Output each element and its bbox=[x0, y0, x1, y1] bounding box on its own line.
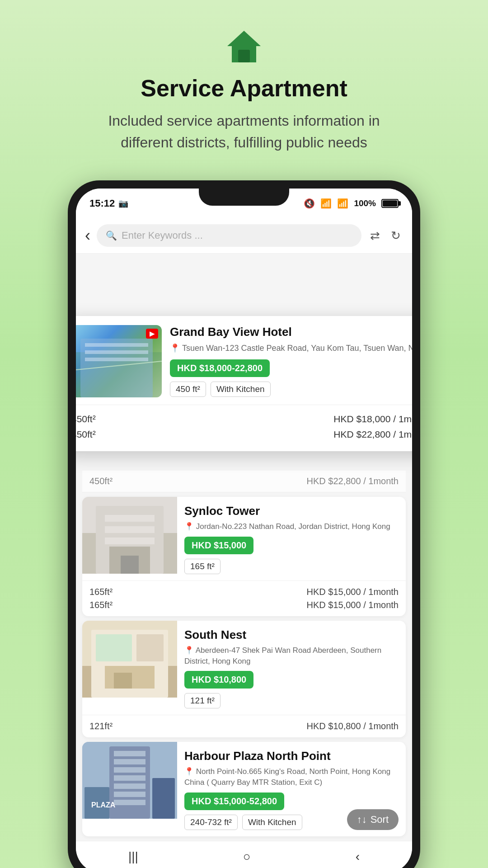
filter-icon[interactable]: ⇄ bbox=[368, 226, 382, 245]
size-tag: 450 ft² bbox=[170, 382, 206, 397]
sort-button[interactable]: ↑↓ Sort bbox=[347, 809, 399, 830]
listing-image-grand-bay: ▶ bbox=[76, 325, 162, 397]
size-tag-harbour: 240-732 ft² bbox=[184, 815, 238, 830]
listing-image-synloc bbox=[82, 497, 177, 574]
mute-icon: 🔇 bbox=[304, 198, 315, 209]
svg-text:PLAZA: PLAZA bbox=[91, 801, 116, 809]
sort-icon: ↑↓ bbox=[357, 814, 367, 826]
price-badge-south-nest: HKD $10,800 bbox=[184, 671, 253, 689]
svg-rect-24 bbox=[114, 751, 145, 756]
battery-label: 100% bbox=[354, 198, 376, 208]
size-tag-synloc: 165 ft² bbox=[184, 559, 221, 574]
pin-icon-synloc: 📍 bbox=[184, 522, 194, 531]
expanded-card-top: ▶ Grand Bay View Hotel 📍 Tsuen Wan-123 C… bbox=[76, 325, 412, 397]
signal-icon: 📶 bbox=[337, 198, 348, 209]
listing-info-south-nest: South Nest 📍 Aberdeen-47 Shek Pai Wan Ro… bbox=[177, 621, 406, 715]
search-bar: ‹ 🔍 Enter Keywords ... ⇄ ↻ bbox=[76, 218, 412, 254]
battery-icon bbox=[381, 199, 399, 208]
camera-icon: 📷 bbox=[118, 198, 128, 208]
listing-image-harbour: PLAZA bbox=[82, 742, 177, 819]
svg-rect-11 bbox=[105, 526, 155, 533]
listing-address-harbour: 📍 North Point-No.665 King's Road, North … bbox=[184, 766, 399, 788]
pin-icon-harbour: 📍 bbox=[184, 767, 194, 776]
expanded-tags: 450 ft² With Kitchen bbox=[170, 382, 412, 397]
listing-name-synloc: Synloc Tower bbox=[184, 504, 399, 518]
listing-bottom-south-nest: 121ft² HKD $10,800 / 1month bbox=[82, 715, 406, 737]
svg-rect-4 bbox=[85, 350, 148, 354]
wifi-icon: 📶 bbox=[320, 198, 332, 209]
svg-rect-14 bbox=[121, 556, 139, 574]
meta-row-south-nest-1: 121ft² HKD $10,800 / 1month bbox=[89, 720, 399, 733]
svg-rect-32 bbox=[152, 778, 175, 819]
listing-name-south-nest: South Nest bbox=[184, 628, 399, 642]
expanded-card-address: 📍 Tsuen Wan-123 Castle Peak Road, Yau Ko… bbox=[170, 343, 412, 354]
listing-card-top: South Nest 📍 Aberdeen-47 Shek Pai Wan Ro… bbox=[82, 621, 406, 715]
hero-section: Service Apartment Included service apart… bbox=[86, 27, 402, 153]
sort-label: Sort bbox=[371, 814, 389, 826]
meta-row-synloc-1: 165ft² HKD $15,000 / 1month bbox=[89, 585, 399, 599]
svg-rect-19 bbox=[136, 634, 164, 661]
phone-mockup: 15:12 📷 🔇 📶 📶 100% ‹ 🔍 E bbox=[68, 180, 420, 868]
partial-row: 450ft² HKD $22,800 / 1month bbox=[82, 471, 406, 492]
search-input[interactable]: Enter Keywords ... bbox=[122, 230, 203, 241]
listing-info-synloc: Synloc Tower 📍 Jordan-No.223 Nathan Road… bbox=[177, 497, 406, 580]
listing-address-synloc: 📍 Jordan-No.223 Nathan Road, Jordan Dist… bbox=[184, 521, 399, 532]
status-time: 15:12 📷 bbox=[89, 198, 128, 209]
hero-subtitle: Included service apartments information … bbox=[86, 110, 402, 153]
price-label-1: HKD $18,000 / 1month bbox=[333, 414, 412, 425]
price-row-1: 450ft² HKD $18,000 / 1month bbox=[76, 411, 412, 427]
phone-frame: 15:12 📷 🔇 📶 📶 100% ‹ 🔍 E bbox=[68, 180, 420, 868]
listing-card-harbour[interactable]: PLAZA Harbour Plaza North Point 📍 North … bbox=[82, 742, 406, 836]
back-button[interactable]: ‹ bbox=[85, 226, 90, 245]
search-input-area[interactable]: 🔍 Enter Keywords ... bbox=[97, 224, 361, 247]
nav-home-icon[interactable]: ○ bbox=[243, 849, 251, 864]
feature-tag-harbour: With Kitchen bbox=[242, 815, 302, 830]
search-icon: 🔍 bbox=[106, 230, 117, 241]
listing-card-top: Synloc Tower 📍 Jordan-No.223 Nathan Road… bbox=[82, 497, 406, 580]
phone-screen: 15:12 📷 🔇 📶 📶 100% ‹ 🔍 E bbox=[76, 189, 412, 868]
price-badge-synloc: HKD $15,000 bbox=[184, 537, 253, 554]
listing-address-south-nest: 📍 Aberdeen-47 Shek Pai Wan Road Aberdeen… bbox=[184, 645, 399, 667]
tags-south-nest: 121 ft² bbox=[184, 693, 399, 708]
screen-content: ▶ Grand Bay View Hotel 📍 Tsuen Wan-123 C… bbox=[76, 254, 412, 836]
svg-rect-10 bbox=[105, 515, 155, 522]
svg-rect-28 bbox=[114, 783, 145, 789]
refresh-icon[interactable]: ↻ bbox=[389, 226, 403, 245]
listing-card-synloc[interactable]: Synloc Tower 📍 Jordan-No.223 Nathan Road… bbox=[82, 497, 406, 616]
listing-image-south-nest bbox=[82, 621, 177, 698]
hero-title: Service Apartment bbox=[141, 75, 347, 102]
svg-rect-25 bbox=[114, 759, 145, 764]
price-row-2: 450ft² HKD $22,800 / 1month bbox=[76, 427, 412, 442]
phone-nav-bar: ||| ○ ‹ bbox=[76, 841, 412, 868]
listing-bottom-synloc: 165ft² HKD $15,000 / 1month 165ft² HKD $… bbox=[82, 580, 406, 616]
svg-rect-29 bbox=[114, 792, 145, 797]
expanded-card-name: Grand Bay View Hotel bbox=[170, 325, 412, 339]
price-label-2: HKD $22,800 / 1month bbox=[333, 429, 412, 440]
svg-rect-3 bbox=[85, 343, 148, 347]
nav-menu-icon[interactable]: ||| bbox=[128, 849, 138, 864]
tags-synloc: 165 ft² bbox=[184, 559, 399, 574]
pin-icon-south-nest: 📍 bbox=[184, 646, 194, 655]
listing-name-harbour: Harbour Plaza North Point bbox=[184, 749, 399, 763]
expanded-listing-card: ▶ Grand Bay View Hotel 📍 Tsuen Wan-123 C… bbox=[76, 316, 412, 451]
nav-back-icon[interactable]: ‹ bbox=[356, 849, 360, 864]
svg-rect-21 bbox=[114, 673, 132, 689]
svg-rect-27 bbox=[114, 775, 145, 781]
svg-rect-26 bbox=[114, 767, 145, 773]
size-tag-south-nest: 121 ft² bbox=[184, 693, 221, 708]
house-icon bbox=[224, 27, 264, 66]
listing-card-south-nest[interactable]: South Nest 📍 Aberdeen-47 Shek Pai Wan Ro… bbox=[82, 621, 406, 738]
expanded-price-badge: HKD $18,000-22,800 bbox=[170, 359, 270, 377]
size-label-1: 450ft² bbox=[76, 414, 96, 425]
price-badge-harbour: HKD $15,000-52,800 bbox=[184, 793, 284, 810]
video-badge: ▶ bbox=[146, 329, 158, 339]
svg-rect-30 bbox=[114, 800, 145, 805]
status-bar: 15:12 📷 🔇 📶 📶 100% bbox=[76, 189, 412, 218]
svg-rect-12 bbox=[105, 538, 155, 544]
expanded-card-info: Grand Bay View Hotel 📍 Tsuen Wan-123 Cas… bbox=[170, 325, 412, 397]
svg-rect-0 bbox=[238, 50, 250, 62]
svg-rect-23 bbox=[109, 746, 150, 819]
meta-row-synloc-2: 165ft² HKD $15,000 / 1month bbox=[89, 599, 399, 612]
svg-rect-5 bbox=[85, 358, 148, 361]
location-pin-icon: 📍 bbox=[170, 343, 180, 354]
